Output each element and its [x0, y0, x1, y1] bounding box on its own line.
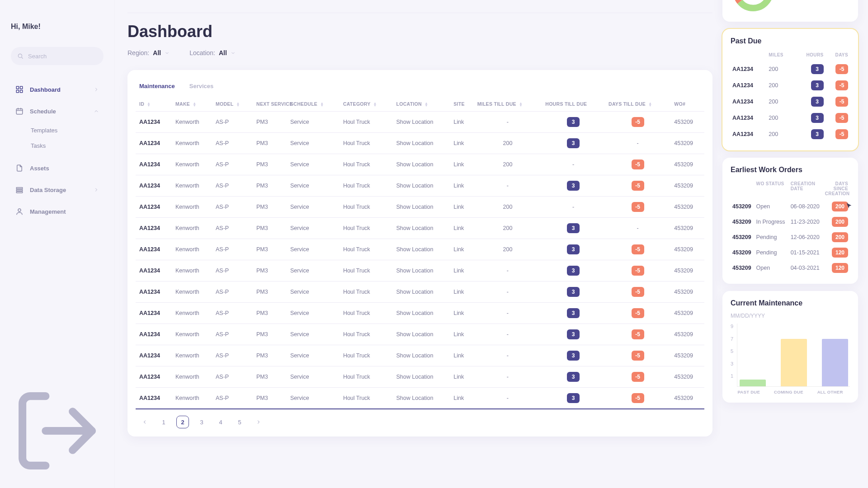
past-due-row[interactable]: AA1234 200 3 -5	[731, 94, 850, 110]
cell-wo: 453209	[670, 282, 704, 303]
table-row[interactable]: AA1234 Kenworth AS-P PM3 Service Houl Tr…	[136, 175, 704, 197]
cell-location-link[interactable]: Show Location	[392, 303, 450, 324]
cell-site-link[interactable]: Link	[450, 197, 473, 218]
sidebar-item-assets[interactable]: Assets	[11, 158, 104, 178]
tab-maintenance[interactable]: Maintenance	[138, 80, 176, 92]
cell-model: AS-P	[212, 154, 253, 175]
col-model[interactable]: MODEL▲▼	[212, 97, 253, 112]
sidebar-item-tasks[interactable]: Tasks	[31, 138, 104, 153]
col-id[interactable]: ID▲▼	[136, 97, 172, 112]
cell-wo: 453209	[670, 324, 704, 345]
filter-location[interactable]: Location: All	[189, 49, 236, 56]
cell-hours: 3	[794, 126, 826, 142]
sidebar-footer	[11, 385, 104, 477]
earliest-wo-row[interactable]: 453209 Pending 01-15-2021 120	[731, 245, 850, 260]
cell-location-link[interactable]: Show Location	[392, 282, 450, 303]
page-5[interactable]: 5	[233, 416, 246, 428]
cell-site-link[interactable]: Link	[450, 260, 473, 282]
logout-icon[interactable]	[11, 472, 104, 479]
table-row[interactable]: AA1234 Kenworth AS-P PM3 Service Houl Tr…	[136, 324, 704, 345]
col-miles[interactable]: MILES TILL DUE▲▼	[474, 97, 542, 112]
table-row[interactable]: AA1234 Kenworth AS-P PM3 Service Houl Tr…	[136, 197, 704, 218]
table-row[interactable]: AA1234 Kenworth AS-P PM3 Service Houl Tr…	[136, 260, 704, 282]
cell-location-link[interactable]: Show Location	[392, 260, 450, 282]
table-row[interactable]: AA1234 Kenworth AS-P PM3 Service Houl Tr…	[136, 133, 704, 154]
sidebar-item-dashboard[interactable]: Dashboard	[11, 80, 104, 99]
col-hours[interactable]: HOURS TILL DUE	[542, 97, 605, 112]
tab-services[interactable]: Services	[189, 80, 215, 92]
col-category[interactable]: CATEGORY▲▼	[340, 97, 393, 112]
top-divider	[127, 13, 712, 13]
cell-location-link[interactable]: Show Location	[392, 388, 450, 409]
cell-site-link[interactable]: Link	[450, 303, 473, 324]
cell-site-link[interactable]: Link	[450, 282, 473, 303]
cell-model: AS-P	[212, 303, 253, 324]
earliest-wo-row[interactable]: 453209 Open 06-08-2020 200	[731, 199, 850, 214]
cell-category: Houl Truck	[340, 133, 393, 154]
table-row[interactable]: AA1234 Kenworth AS-P PM3 Service Houl Tr…	[136, 345, 704, 366]
table-row[interactable]: AA1234 Kenworth AS-P PM3 Service Houl Tr…	[136, 154, 704, 175]
page-4[interactable]: 4	[214, 416, 227, 428]
date-input-placeholder[interactable]: MM/DD/YYYY	[731, 313, 850, 319]
cell-location-link[interactable]: Show Location	[392, 366, 450, 388]
days-pill: -5	[632, 308, 644, 318]
col-location[interactable]: LOCATION▲▼	[392, 97, 450, 112]
col-make[interactable]: MAKE▲▼	[172, 97, 212, 112]
cell-location-link[interactable]: Show Location	[392, 154, 450, 175]
cell-id: 453209	[731, 199, 755, 214]
cell-location-link[interactable]: Show Location	[392, 112, 450, 133]
sidebar-item-data-storage[interactable]: Data Storage	[11, 180, 104, 200]
earliest-wo-widget: Earliest Work Orders WO STATUS CREATION …	[722, 158, 858, 284]
cell-location-link[interactable]: Show Location	[392, 133, 450, 154]
col-site[interactable]: SITE	[450, 97, 473, 112]
table-row[interactable]: AA1234 Kenworth AS-P PM3 Service Houl Tr…	[136, 239, 704, 260]
page-prev[interactable]	[138, 416, 151, 428]
past-due-row[interactable]: AA1234 200 3 -5	[731, 126, 850, 142]
col-days[interactable]: DAYS TILL DUE▲▼	[605, 97, 670, 112]
past-due-row[interactable]: AA1234 200 3 -5	[731, 110, 850, 126]
cell-location-link[interactable]: Show Location	[392, 345, 450, 366]
table-row[interactable]: AA1234 Kenworth AS-P PM3 Service Houl Tr…	[136, 366, 704, 388]
table-row[interactable]: AA1234 Kenworth AS-P PM3 Service Houl Tr…	[136, 112, 704, 133]
cell-site-link[interactable]: Link	[450, 345, 473, 366]
page-3[interactable]: 3	[195, 416, 208, 428]
page-2[interactable]: 2	[176, 416, 189, 428]
earliest-wo-row[interactable]: 453209 Open 04-03-2021 120	[731, 260, 850, 276]
sidebar-item-templates[interactable]: Templates	[31, 123, 104, 137]
cell-location-link[interactable]: Show Location	[392, 197, 450, 218]
cell-hours: 3	[542, 133, 605, 154]
cell-site-link[interactable]: Link	[450, 175, 473, 197]
table-row[interactable]: AA1234 Kenworth AS-P PM3 Service Houl Tr…	[136, 388, 704, 409]
cell-location-link[interactable]: Show Location	[392, 218, 450, 239]
days-pill: -5	[632, 329, 644, 339]
col-next-service[interactable]: NEXT SERVICE	[253, 97, 287, 112]
cell-site-link[interactable]: Link	[450, 133, 473, 154]
cell-site-link[interactable]: Link	[450, 112, 473, 133]
col-wo[interactable]: WO#	[670, 97, 704, 112]
table-row[interactable]: AA1234 Kenworth AS-P PM3 Service Houl Tr…	[136, 282, 704, 303]
cell-site-link[interactable]: Link	[450, 366, 473, 388]
cell-site-link[interactable]: Link	[450, 154, 473, 175]
filter-region[interactable]: Region: All	[127, 49, 170, 56]
search-input[interactable]	[11, 47, 104, 65]
cell-location-link[interactable]: Show Location	[392, 175, 450, 197]
cell-location-link[interactable]: Show Location	[392, 239, 450, 260]
sidebar-item-schedule[interactable]: Schedule	[11, 101, 104, 121]
cell-location-link[interactable]: Show Location	[392, 324, 450, 345]
page-1[interactable]: 1	[157, 416, 170, 428]
cell-site-link[interactable]: Link	[450, 324, 473, 345]
earliest-wo-row[interactable]: 453209 In Progress 11-23-2020 200	[731, 214, 850, 230]
page-next[interactable]	[252, 416, 265, 428]
cell-site-link[interactable]: Link	[450, 388, 473, 409]
cell-days: -5	[605, 388, 670, 409]
col-schedule[interactable]: SCHEDULE▲▼	[287, 97, 340, 112]
past-due-row[interactable]: AA1234 200 3 -5	[731, 77, 850, 94]
earliest-wo-row[interactable]: 453209 Pending 12-06-2020 200	[731, 230, 850, 245]
cell-site-link[interactable]: Link	[450, 239, 473, 260]
past-due-row[interactable]: AA1234 200 3 -5	[731, 61, 850, 77]
cell-site-link[interactable]: Link	[450, 218, 473, 239]
sidebar-item-management[interactable]: Management	[11, 202, 104, 221]
table-row[interactable]: AA1234 Kenworth AS-P PM3 Service Houl Tr…	[136, 303, 704, 324]
filter-value: All	[153, 49, 161, 56]
table-row[interactable]: AA1234 Kenworth AS-P PM3 Service Houl Tr…	[136, 218, 704, 239]
